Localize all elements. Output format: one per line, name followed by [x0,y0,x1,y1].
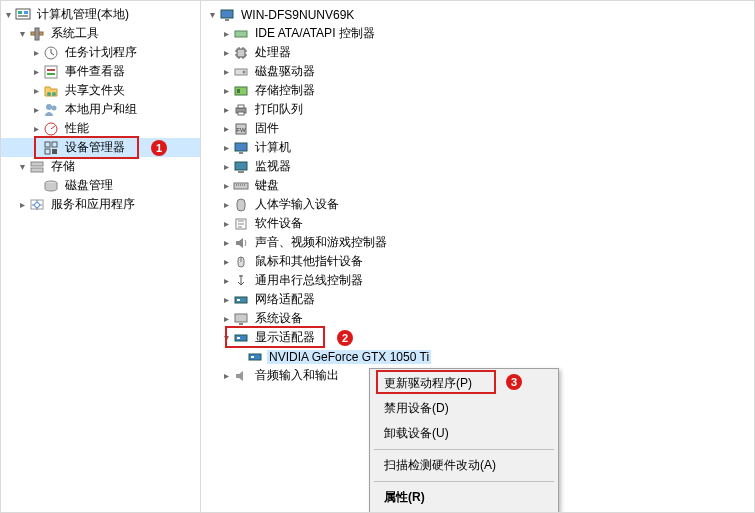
keyboard-icon [233,178,249,194]
chevron-right-icon[interactable]: ▸ [219,180,233,191]
chevron-right-icon[interactable]: ▸ [219,370,233,381]
device-category-system-devices[interactable]: ▸系统设备 [201,309,754,328]
tree-disk-management[interactable]: 磁盘管理 [1,176,200,195]
chevron-right-icon[interactable]: ▸ [219,256,233,267]
chevron-right-icon[interactable]: ▸ [29,47,43,58]
tree-system-tools[interactable]: ▾ 系统工具 [1,24,200,43]
menu-scan-hardware[interactable]: 扫描检测硬件改动(A) [370,453,558,478]
chevron-right-icon[interactable]: ▸ [29,66,43,77]
svg-rect-5 [35,28,39,40]
svg-rect-37 [235,143,247,151]
chevron-down-icon[interactable]: ▾ [15,161,29,172]
svg-rect-8 [47,69,55,71]
users-icon [43,102,59,118]
tree-storage[interactable]: ▾ 存储 [1,157,200,176]
tree-label: 存储 [49,158,77,175]
tree-services-apps[interactable]: ▸ 服务和应用程序 [1,195,200,214]
device-label: 磁盘驱动器 [253,63,317,80]
menu-update-driver[interactable]: 更新驱动程序(P) [370,371,558,396]
menu-separator [374,449,554,450]
chevron-right-icon[interactable]: ▸ [219,313,233,324]
chevron-right-icon[interactable]: ▸ [219,237,233,248]
tree-label: 计算机管理(本地) [35,6,131,23]
device-category-usb[interactable]: ▸通用串行总线控制器 [201,271,754,290]
device-category-network[interactable]: ▸网络适配器 [201,290,754,309]
computer-icon [219,7,235,23]
event-viewer-icon [43,64,59,80]
chevron-right-icon[interactable]: ▸ [29,123,43,134]
tree-label: 本地用户和组 [63,101,139,118]
svg-rect-25 [225,19,229,21]
chevron-down-icon[interactable]: ▾ [219,332,233,343]
svg-rect-34 [238,112,244,115]
device-category-storage-ctrl[interactable]: ▸存储控制器 [201,81,754,100]
tree-local-users[interactable]: ▸ 本地用户和组 [1,100,200,119]
device-tree-pane: ▾ WIN-DFS9NUNV69K ▸IDE ATA/ATAPI 控制器 ▸处理… [201,1,754,512]
device-category-monitors[interactable]: ▸监视器 [201,157,754,176]
device-gpu[interactable]: NVIDIA GeForce GTX 1050 Ti [201,347,754,366]
chevron-down-icon[interactable]: ▾ [205,9,219,20]
chevron-right-icon[interactable]: ▸ [219,104,233,115]
chevron-down-icon[interactable]: ▾ [15,28,29,39]
chevron-right-icon[interactable]: ▸ [15,199,29,210]
svg-rect-7 [45,66,57,78]
menu-separator [374,481,554,482]
tree-label: 磁盘管理 [63,177,115,194]
tree-performance[interactable]: ▸ 性能 [1,119,200,138]
svg-rect-26 [235,31,247,37]
chevron-right-icon[interactable]: ▸ [219,199,233,210]
device-category-print-queues[interactable]: ▸打印队列 [201,100,754,119]
chevron-down-icon[interactable]: ▾ [1,9,15,20]
svg-rect-51 [249,354,261,360]
chevron-right-icon[interactable]: ▸ [219,66,233,77]
menu-properties[interactable]: 属性(R) [370,485,558,510]
storage-icon [29,159,45,175]
device-category-mouse[interactable]: ▸鼠标和其他指针设备 [201,252,754,271]
menu-disable-device[interactable]: 禁用设备(D) [370,396,558,421]
device-label: 人体学输入设备 [253,196,341,213]
device-category-sound[interactable]: ▸声音、视频和游戏控制器 [201,233,754,252]
device-category-keyboards[interactable]: ▸键盘 [201,176,754,195]
device-category-software-devices[interactable]: ▸软件设备 [201,214,754,233]
device-category-computer[interactable]: ▸计算机 [201,138,754,157]
chevron-right-icon[interactable]: ▸ [219,85,233,96]
device-label: NVIDIA GeForce GTX 1050 Ti [267,350,431,364]
tree-label: 服务和应用程序 [49,196,137,213]
chevron-right-icon[interactable]: ▸ [219,123,233,134]
chevron-right-icon[interactable]: ▸ [219,275,233,286]
svg-rect-46 [237,299,240,301]
svg-rect-48 [239,323,243,325]
tree-task-scheduler[interactable]: ▸ 任务计划程序 [1,43,200,62]
tree-shared-folders[interactable]: ▸ 共享文件夹 [1,81,200,100]
tree-label: 系统工具 [49,25,101,42]
device-root[interactable]: ▾ WIN-DFS9NUNV69K [201,5,754,24]
chevron-right-icon[interactable]: ▸ [219,47,233,58]
tree-root-computer-management[interactable]: ▾ 计算机管理(本地) [1,5,200,24]
svg-rect-17 [45,149,50,154]
device-category-firmware[interactable]: ▸FW固件 [201,119,754,138]
svg-rect-49 [235,335,247,341]
clock-icon [43,45,59,61]
chevron-right-icon[interactable]: ▸ [219,142,233,153]
device-category-hid[interactable]: ▸人体学输入设备 [201,195,754,214]
audio-io-icon [233,368,249,384]
device-category-display-adapters[interactable]: ▾ 显示适配器 [201,328,754,347]
device-category-ide[interactable]: ▸IDE ATA/ATAPI 控制器 [201,24,754,43]
tree-device-manager[interactable]: 设备管理器 [1,138,200,157]
chevron-right-icon[interactable]: ▸ [29,104,43,115]
chevron-right-icon[interactable]: ▸ [219,294,233,305]
chevron-right-icon[interactable]: ▸ [219,28,233,39]
tree-event-viewer[interactable]: ▸ 事件查看器 [1,62,200,81]
device-category-cpu[interactable]: ▸处理器 [201,43,754,62]
chevron-right-icon[interactable]: ▸ [219,218,233,229]
device-label: 监视器 [253,158,293,175]
device-label: 显示适配器 [253,329,317,346]
chevron-right-icon[interactable]: ▸ [219,161,233,172]
menu-uninstall-device[interactable]: 卸载设备(U) [370,421,558,446]
ide-icon [233,26,249,42]
device-category-disk-drives[interactable]: ▸磁盘驱动器 [201,62,754,81]
network-adapter-icon [233,292,249,308]
tree-label: 共享文件夹 [63,82,127,99]
annotation-marker-3: 3 [506,374,522,390]
chevron-right-icon[interactable]: ▸ [29,85,43,96]
